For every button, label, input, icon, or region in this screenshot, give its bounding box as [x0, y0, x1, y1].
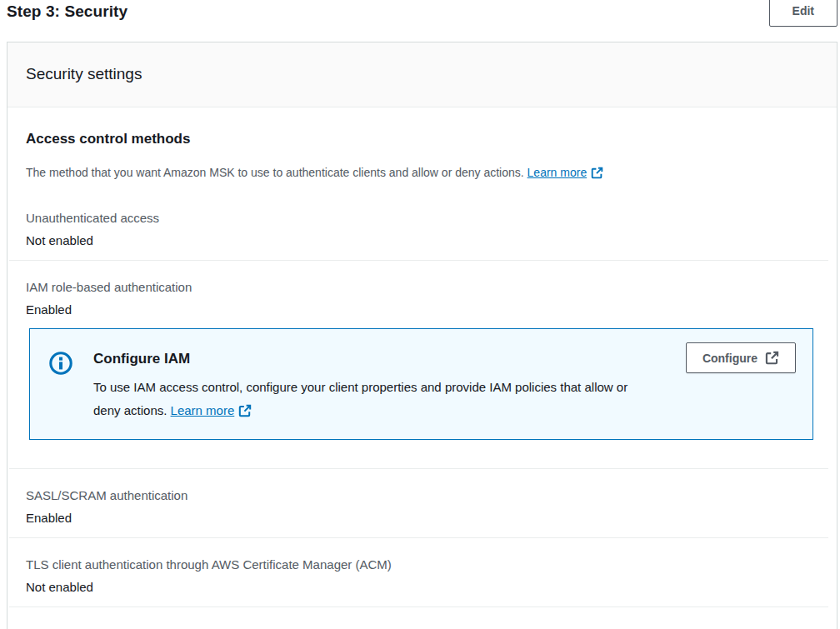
section-description-text: The method that you want Amazon MSK to u… — [26, 166, 524, 179]
page-title: Step 3: Security — [7, 0, 838, 21]
divider — [9, 468, 828, 469]
security-settings-card: Security settings Access control methods… — [7, 42, 838, 629]
card-title: Security settings — [26, 64, 817, 84]
external-link-icon — [238, 404, 252, 417]
external-link-icon — [765, 351, 779, 365]
divider — [9, 260, 828, 261]
section-heading: Access control methods — [26, 129, 817, 149]
divider — [9, 607, 828, 607]
field-label: Unauthenticated access — [26, 207, 392, 229]
info-box-title: Configure IAM — [93, 349, 653, 369]
configure-button[interactable]: Configure — [686, 342, 796, 373]
info-icon — [48, 351, 73, 379]
field-tls-client-authentication: TLS client authentication through AWS Ce… — [26, 554, 817, 596]
section-description: The method that you want Amazon MSK to u… — [26, 164, 817, 181]
info-box-description: To use IAM access control, configure you… — [93, 376, 653, 422]
field-value: Enabled — [26, 302, 817, 318]
field-value: Enabled — [26, 510, 817, 527]
card-header: Security settings — [8, 42, 837, 107]
external-link-icon — [591, 167, 603, 179]
card-body: Access control methods The method that y… — [8, 107, 837, 629]
info-learn-more-link-label: Learn more — [171, 399, 235, 422]
divider — [9, 537, 828, 538]
configure-iam-info-box: Configure IAM To use IAM access control,… — [29, 328, 813, 440]
info-learn-more-link[interactable]: Learn more — [171, 399, 252, 422]
page-header: Step 3: Security Edit — [7, 0, 838, 33]
learn-more-link-label: Learn more — [528, 164, 588, 181]
field-unauthenticated-access: Unauthenticated access Not enabled — [26, 207, 817, 249]
page: Step 3: Security Edit Security settings … — [0, 0, 840, 629]
field-value: Not enabled — [26, 232, 817, 249]
configure-button-label: Configure — [702, 352, 758, 365]
field-label: SASL/SCRAM authentication — [26, 485, 392, 507]
field-iam-authentication: IAM role-based authentication Enabled — [26, 277, 817, 318]
info-box-content: Configure IAM To use IAM access control,… — [93, 349, 653, 422]
field-label: IAM role-based authentication — [26, 277, 392, 298]
learn-more-link[interactable]: Learn more — [528, 164, 604, 181]
field-value: Not enabled — [26, 579, 817, 596]
edit-button[interactable]: Edit — [769, 0, 838, 27]
field-label: TLS client authentication through AWS Ce… — [26, 554, 392, 576]
field-sasl-scram-authentication: SASL/SCRAM authentication Enabled — [26, 485, 817, 527]
